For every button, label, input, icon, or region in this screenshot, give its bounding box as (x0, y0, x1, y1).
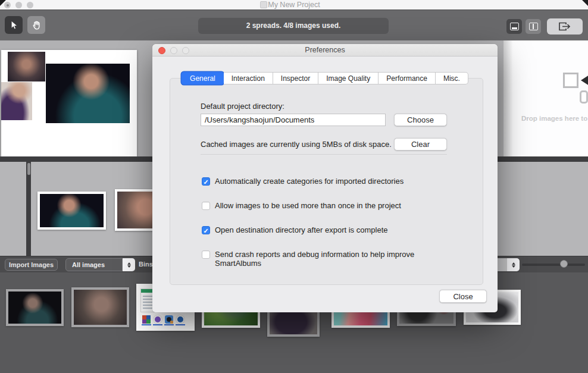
main-toolbar: 2 spreads. 4/8 images used. (0, 10, 588, 40)
spread-view-icon (510, 23, 519, 30)
tab-inspector[interactable]: Inspector (273, 72, 318, 84)
photo-thumbnail-used[interactable] (6, 289, 64, 326)
placeholder-frame-icon (580, 90, 588, 104)
directory-input[interactable]: /Users/kangshaojun/Documents (201, 114, 386, 126)
hand-icon (32, 20, 42, 30)
pages-view-button[interactable] (526, 19, 541, 34)
stepper-icon (507, 258, 520, 271)
screen-corner (582, 0, 588, 6)
directory-label: Default project directory: (201, 102, 284, 111)
preferences-tabs: GeneralInteractionInspectorImage Quality… (152, 72, 498, 84)
size-dropdown-partial[interactable] (498, 258, 507, 271)
spread-view-button[interactable] (506, 19, 522, 34)
photo (40, 194, 104, 227)
import-images-button[interactable]: Import Images (5, 259, 58, 271)
blue-app-icon (176, 315, 184, 324)
tab-performance[interactable]: Performance (379, 72, 436, 84)
shadow (503, 40, 513, 156)
app-window: My New Project 2 spreads. 4/8 images use… (0, 0, 588, 373)
checkbox-checked[interactable]: ✓ (202, 177, 210, 186)
checkbox-label: Automatically create categories for impo… (215, 177, 404, 186)
checkbox-row: ✓Open destination directory after export… (202, 225, 458, 237)
image-filter-dropdown[interactable]: All images (65, 258, 135, 271)
export-icon (558, 21, 572, 32)
office-grid-icon (142, 315, 151, 324)
slider-thumb[interactable] (560, 260, 568, 268)
hand-tool-button[interactable] (27, 16, 45, 34)
pointer-tool-button[interactable] (5, 16, 23, 34)
checkbox-row: ✓Automatically create categories for imp… (202, 176, 458, 188)
next-spread-dropzone[interactable]: Drop images here to cr (503, 40, 588, 156)
spread-photo[interactable] (8, 52, 45, 82)
drop-hint-text: Drop images here to cr (521, 115, 588, 122)
checkbox-unchecked[interactable] (202, 250, 210, 259)
checkbox-checked[interactable]: ✓ (202, 226, 210, 234)
two-page-view-icon (529, 23, 538, 30)
photo-thumbnail-used[interactable] (71, 287, 129, 327)
checkbox-unchecked[interactable] (202, 202, 210, 210)
tab-image-quality[interactable]: Image Quality (318, 72, 379, 84)
checkbox-list: ✓Automatically create categories for imp… (202, 176, 458, 274)
stepper-icon (123, 258, 135, 271)
checkbox-label: Send crash reports and debug information… (215, 250, 458, 268)
vertical-splitter[interactable] (26, 162, 31, 256)
status-bar: 2 spreads. 4/8 images used. (198, 18, 389, 34)
thumbnail-zoom-slider[interactable] (522, 264, 585, 266)
dropdown-value: All images (65, 258, 123, 271)
camera-app-icon (165, 315, 173, 324)
tab-general[interactable]: General (181, 71, 224, 85)
album-spread-page[interactable] (1, 50, 137, 156)
checkbox-label: Open destination directory after export … (215, 225, 387, 234)
cursor-arrow-icon (581, 75, 588, 86)
clear-cache-button[interactable]: Clear (394, 138, 447, 151)
checkbox-row: Allow images to be used more than once i… (202, 200, 458, 212)
cache-status-text: Cached images are currently using 5MBs o… (201, 140, 392, 149)
export-button[interactable] (547, 18, 583, 35)
photo (74, 290, 127, 325)
window-title: My New Project (0, 1, 588, 10)
separator (201, 154, 447, 155)
tab-misc[interactable]: Misc. (436, 72, 468, 84)
spread-photo[interactable] (1, 82, 32, 120)
purple-app-icon (154, 315, 162, 324)
preferences-dialog: Preferences GeneralInteractionInspectorI… (152, 44, 498, 312)
checkbox-label: Allow images to be used more than once i… (215, 201, 401, 210)
placeholder-square-icon (563, 73, 578, 88)
photo-thumbnail[interactable] (37, 192, 106, 230)
splitter-grip (27, 163, 30, 175)
dialog-titlebar[interactable]: Preferences (152, 44, 498, 57)
screen-corner (0, 0, 6, 6)
dialog-title: Preferences (152, 44, 498, 57)
checkbox-row: Send crash reports and debug information… (202, 249, 458, 261)
tab-interaction[interactable]: Interaction (224, 72, 273, 84)
window-titlebar: My New Project (0, 0, 588, 10)
choose-button[interactable]: Choose (394, 114, 447, 126)
cursor-arrow-icon (8, 20, 19, 30)
app-icons-row (140, 315, 191, 326)
close-button[interactable]: Close (439, 290, 487, 303)
spread-photo[interactable] (46, 64, 130, 123)
photo (8, 291, 61, 324)
